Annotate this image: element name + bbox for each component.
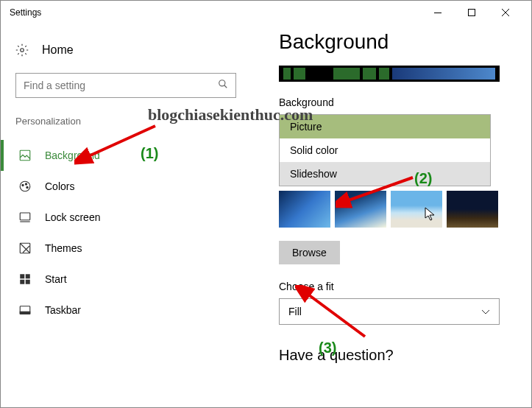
sidebar-item-themes[interactable]: Themes: [1, 233, 251, 264]
main-content: Background Background Picture Solid colo…: [279, 30, 517, 364]
svg-rect-7: [20, 150, 30, 161]
thumbnail[interactable]: [279, 191, 330, 228]
search-icon: [218, 79, 228, 92]
browse-button[interactable]: Browse: [279, 241, 340, 264]
svg-line-6: [224, 85, 227, 88]
svg-point-10: [25, 183, 26, 185]
sidebar-item-colors[interactable]: Colors: [1, 171, 251, 202]
background-dropdown[interactable]: Picture Solid color Slideshow: [279, 114, 491, 186]
svg-point-4: [21, 49, 24, 52]
background-field-label: Background: [279, 96, 517, 108]
dropdown-option-slideshow[interactable]: Slideshow: [280, 162, 490, 186]
titlebar: Settings: [1, 1, 531, 24]
gear-icon: [15, 43, 29, 57]
maximize-button[interactable]: [455, 1, 489, 24]
page-title: Background: [279, 30, 517, 54]
taskbar-icon: [18, 303, 32, 317]
themes-icon: [18, 242, 32, 255]
start-icon: [18, 272, 32, 286]
sidebar-item-start[interactable]: Start: [1, 264, 251, 295]
thumbnail[interactable]: [335, 191, 386, 228]
fit-field-label: Choose a fit: [279, 281, 517, 292]
picture-thumbnails: [279, 191, 517, 228]
home-label: Home: [42, 43, 74, 57]
svg-rect-12: [20, 213, 30, 220]
chevron-down-icon: [481, 306, 490, 317]
section-label: Personalization: [1, 116, 251, 127]
home-nav[interactable]: Home: [1, 36, 251, 64]
svg-rect-20: [20, 312, 30, 314]
svg-point-8: [20, 181, 30, 191]
thumbnail[interactable]: [391, 191, 442, 228]
desktop-preview: [279, 66, 500, 82]
window-title: Settings: [10, 7, 421, 18]
picture-icon: [18, 149, 32, 162]
sidebar-item-background[interactable]: Background: [1, 140, 251, 171]
svg-point-5: [219, 80, 225, 86]
svg-rect-18: [26, 280, 30, 284]
svg-point-9: [22, 184, 24, 186]
lockscreen-icon: [18, 211, 32, 224]
search-input[interactable]: [24, 80, 218, 91]
fit-value: Fill: [288, 306, 302, 317]
palette-icon: [18, 180, 32, 193]
sidebar-item-taskbar[interactable]: Taskbar: [1, 295, 251, 326]
nav-label: Colors: [45, 180, 74, 192]
svg-point-11: [26, 186, 28, 188]
svg-rect-16: [26, 274, 30, 278]
svg-rect-0: [434, 13, 441, 13]
help-question: Have a question?: [279, 347, 517, 364]
search-box[interactable]: [15, 73, 236, 98]
sidebar-item-lockscreen[interactable]: Lock screen: [1, 202, 251, 233]
thumbnail[interactable]: [447, 191, 498, 228]
svg-rect-15: [20, 274, 24, 278]
nav-label: Taskbar: [45, 304, 81, 316]
nav-label: Themes: [45, 242, 82, 254]
dropdown-option-picture[interactable]: Picture: [280, 115, 490, 138]
nav-label: Start: [45, 273, 67, 285]
close-button[interactable]: [489, 1, 522, 24]
dropdown-option-solidcolor[interactable]: Solid color: [280, 138, 490, 162]
nav-label: Background: [45, 150, 100, 161]
svg-rect-17: [20, 280, 24, 284]
svg-rect-1: [469, 10, 475, 16]
window-controls: [421, 1, 522, 24]
sidebar: Home Personalization Background Colors L…: [1, 24, 251, 337]
minimize-button[interactable]: [421, 1, 455, 24]
fit-dropdown[interactable]: Fill: [279, 298, 500, 325]
nav-label: Lock screen: [45, 211, 100, 223]
